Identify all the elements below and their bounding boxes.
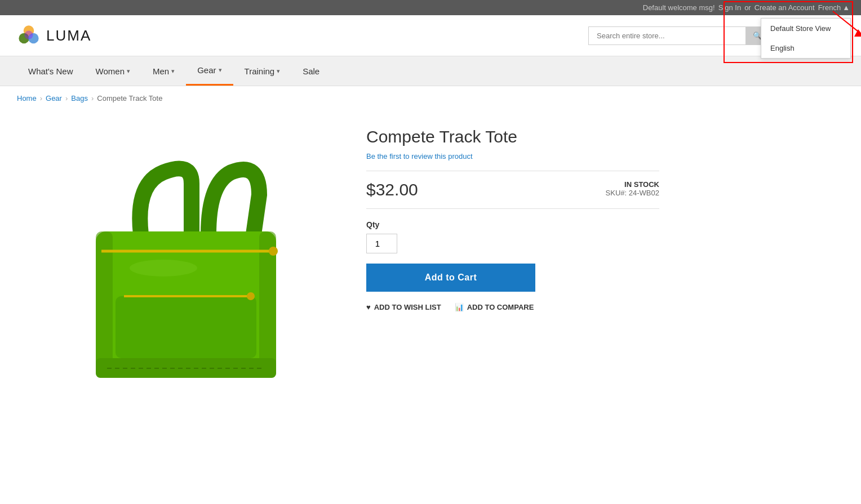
breadcrumb-gear[interactable]: Gear <box>46 94 62 102</box>
add-to-compare-button[interactable]: 📊 ADD TO COMPARE <box>455 303 534 311</box>
logo-icon <box>17 24 41 47</box>
breadcrumb: Home › Gear › Bags › Compete Track Tote <box>0 86 861 110</box>
logo-text: LUMA <box>46 27 91 44</box>
or-text: or <box>744 3 751 12</box>
top-bar: Default welcome msg! Sign In or Create a… <box>0 0 861 15</box>
sku-info: SKU#: 24-WB02 <box>606 189 659 197</box>
product-price: $32.00 <box>366 180 418 199</box>
chevron-down-icon: ▾ <box>219 66 222 74</box>
qty-input[interactable] <box>366 234 397 253</box>
price-stock-section: $32.00 IN STOCK SKU#: 24-WB02 <box>366 171 659 209</box>
search-bar: 🔍 <box>588 26 769 45</box>
chevron-down-icon: ▾ <box>171 68 175 75</box>
svg-rect-7 <box>96 231 113 378</box>
svg-point-13 <box>269 247 278 256</box>
svg-point-5 <box>24 31 33 39</box>
breadcrumb-home[interactable]: Home <box>17 94 37 102</box>
breadcrumb-sep-2: › <box>65 94 68 102</box>
breadcrumb-sep-1: › <box>40 94 42 102</box>
search-input[interactable] <box>588 26 746 45</box>
sku-value: 24-WB02 <box>629 189 659 197</box>
chevron-down-icon: ▾ <box>127 68 130 75</box>
breadcrumb-sep-3: › <box>91 94 94 102</box>
svg-point-14 <box>130 260 197 276</box>
dropdown-option-default[interactable]: Default Store View <box>761 19 850 38</box>
chevron-up-icon: ▲ <box>842 3 850 12</box>
stock-status: IN STOCK <box>606 180 659 189</box>
language-selector[interactable]: French ▲ <box>818 3 850 12</box>
breadcrumb-current: Compete Track Tote <box>97 94 162 102</box>
signin-link[interactable]: Sign In <box>718 3 741 12</box>
svg-rect-9 <box>116 296 256 358</box>
add-to-wishlist-button[interactable]: ♥ ADD TO WISH LIST <box>366 303 441 311</box>
nav-item-women[interactable]: Women ▾ <box>85 57 141 85</box>
heart-icon: ♥ <box>366 303 371 311</box>
create-account-link[interactable]: Create an Account <box>755 3 815 12</box>
product-image <box>17 122 344 448</box>
nav-item-men[interactable]: Men ▾ <box>141 57 186 85</box>
welcome-msg: Default welcome msg! <box>643 3 715 12</box>
language-dropdown: Default Store View English <box>761 18 851 59</box>
nav-item-sale[interactable]: Sale <box>291 57 331 85</box>
product-bag-image <box>51 139 310 431</box>
add-to-cart-button[interactable]: Add to Cart <box>366 264 535 292</box>
nav-item-gear[interactable]: Gear ▾ <box>186 56 233 86</box>
nav-item-training[interactable]: Training ▾ <box>233 57 292 85</box>
sku-label: SKU#: <box>606 189 627 197</box>
svg-point-11 <box>247 292 255 300</box>
product-page: Compete Track Tote Be the first to revie… <box>0 110 676 471</box>
stock-info: IN STOCK SKU#: 24-WB02 <box>606 180 659 197</box>
breadcrumb-bags[interactable]: Bags <box>71 94 88 102</box>
product-details: Compete Track Tote Be the first to revie… <box>366 122 659 448</box>
product-title: Compete Track Tote <box>366 127 659 146</box>
header: LUMA 🔍 👤 ♡ 🛒 <box>0 15 861 56</box>
main-nav: What's New Women ▾ Men ▾ Gear ▾ Training… <box>0 56 861 86</box>
product-image-container <box>17 122 344 448</box>
nav-item-whats-new[interactable]: What's New <box>17 57 85 85</box>
review-link[interactable]: Be the first to review this product <box>366 152 659 160</box>
dropdown-option-english[interactable]: English <box>761 38 850 58</box>
logo[interactable]: LUMA <box>17 24 91 47</box>
compare-icon: 📊 <box>455 303 464 311</box>
secondary-actions: ♥ ADD TO WISH LIST 📊 ADD TO COMPARE <box>366 303 659 311</box>
qty-label: Qty <box>366 220 659 229</box>
chevron-down-icon: ▾ <box>277 68 280 75</box>
